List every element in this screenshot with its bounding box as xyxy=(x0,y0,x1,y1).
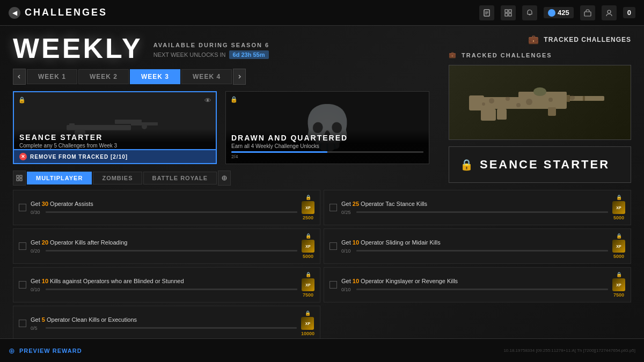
tracked-label: TRACKED CHALLENGES xyxy=(544,36,631,43)
challenge-bar-bg-1 xyxy=(356,211,608,213)
challenge-progress-1: 0/25 xyxy=(341,210,608,215)
challenge-right-1: 🔒 XP 5000 xyxy=(612,195,625,220)
card-2-desc: Earn all 4 Weekly Challenge Unlocks xyxy=(231,143,423,149)
challenge-info-2: Get 20 Operator Kills after Reloading 0/… xyxy=(31,239,297,253)
card-2-progress-text: 2/4 xyxy=(231,154,423,159)
challenge-card-drawn-quartered[interactable]: 🔒 💀 DRAWN AND QUARTERED Earn all 4 Weekl… xyxy=(225,91,429,164)
challenge-checkbox-1[interactable] xyxy=(330,204,337,211)
challenge-progress-3: 0/10 xyxy=(341,248,608,254)
svg-point-36 xyxy=(548,98,553,102)
card-2-content: DRAWN AND QUARTERED Earn all 4 Weekly Ch… xyxy=(226,129,429,164)
header-left: WEEKLY AVAILABLE DURING SEASON 6 NEXT WE… xyxy=(13,34,269,62)
mode-tabs-right-icon[interactable] xyxy=(218,171,231,186)
xp-value-0: 2500 xyxy=(303,215,313,220)
challenge-text-3-rest: Operator Sliding or Midair Kills xyxy=(359,239,441,246)
svg-point-37 xyxy=(569,95,575,100)
mode-tabs-icon[interactable] xyxy=(13,171,26,186)
xp-badge-5: XP 7500 xyxy=(612,278,625,298)
challenge-checkbox-5[interactable] xyxy=(330,281,337,289)
challenge-row-0[interactable]: Get 30 Operator Assists 0/30 🔒 XP 2500 xyxy=(13,190,320,225)
challenge-highlight-2: 20 xyxy=(42,239,48,246)
challenge-text-2-pre: Get xyxy=(31,239,42,246)
challenge-checkbox-0[interactable] xyxy=(19,204,26,211)
store-icon-btn[interactable] xyxy=(580,5,595,20)
svg-point-38 xyxy=(482,102,485,106)
challenge-row-2[interactable]: Get 20 Operator Kills after Reloading 0/… xyxy=(13,228,320,264)
challenge-checkbox-2[interactable] xyxy=(19,242,26,250)
preview-reward-icon: ⊕ xyxy=(9,346,15,355)
challenge-lock-3: 🔒 xyxy=(616,233,622,239)
challenge-lock-4: 🔒 xyxy=(305,272,311,277)
challenge-checkbox-4[interactable] xyxy=(19,281,26,289)
challenge-row-1[interactable]: Get 25 Operator Tac Stance Kills 0/25 🔒 … xyxy=(324,190,631,225)
document-icon-btn[interactable] xyxy=(479,5,494,20)
xp-badge-4: XP 7500 xyxy=(302,278,314,298)
challenge-name-1: Get 25 Operator Tac Stance Kills xyxy=(341,200,608,208)
challenge-card-seance-starter[interactable]: 🔒 👁 SEANCE STARTER Complete any 5 Cha xyxy=(13,91,217,164)
challenge-row-5[interactable]: Get 10 Operator Kingslayer or Revenge Ki… xyxy=(324,267,631,302)
challenge-row-6[interactable]: Get 5 Operator Clean Kills or Executions… xyxy=(13,306,320,341)
challenge-text-5-rest: Operator Kingslayer or Revenge Kills xyxy=(359,278,458,284)
svg-rect-14 xyxy=(69,123,75,127)
tab-week-2[interactable]: WEEK 2 xyxy=(78,69,129,84)
xp-badge-6: XP 10000 xyxy=(301,317,314,336)
bottom-bar: ⊕ PREVIEW REWARD 10.18.19758334 [09:255:… xyxy=(0,338,644,362)
challenge-highlight-5: 10 xyxy=(353,278,359,284)
svg-rect-30 xyxy=(567,95,570,102)
challenge-text-3-pre: Get xyxy=(341,239,353,246)
preview-reward-label[interactable]: PREVIEW REWARD xyxy=(19,348,82,354)
header-meta: AVAILABLE DURING SEASON 6 NEXT WEEK UNLO… xyxy=(153,42,269,62)
svg-rect-31 xyxy=(583,96,585,101)
challenge-text-4-pre: Get xyxy=(31,278,42,284)
challenge-checkbox-6[interactable] xyxy=(19,320,26,327)
timer-badge: 6d 23h 55m xyxy=(229,50,269,59)
tab-battle-royale[interactable]: BATTLE ROYALE xyxy=(143,172,217,184)
grid-icon-btn[interactable] xyxy=(501,5,516,20)
tab-zombies[interactable]: ZOMBIES xyxy=(93,172,142,184)
challenge-right-4: 🔒 XP 7500 xyxy=(302,272,314,298)
tab-multiplayer[interactable]: MULTIPLAYER xyxy=(27,172,92,184)
challenge-text-1-rest: Operator Tac Stance Kills xyxy=(359,201,427,207)
debug-text: 10.18.19758334 [09:255:11278+11:A] Th [7… xyxy=(503,348,635,353)
tab-week-3[interactable]: WEEK 3 xyxy=(130,69,180,84)
challenge-progress-num-2: 0/20 xyxy=(31,248,43,254)
challenge-progress-6: 0/5 xyxy=(31,326,297,331)
challenge-progress-num-4: 0/10 xyxy=(31,287,43,292)
challenge-row-3[interactable]: Get 10 Operator Sliding or Midair Kills … xyxy=(324,228,631,264)
weekly-title: WEEKLY xyxy=(13,34,143,62)
back-button[interactable]: ◀ CHALLENGES xyxy=(9,7,107,19)
tabs-prev-arrow[interactable] xyxy=(13,69,26,85)
tab-week-4[interactable]: WEEK 4 xyxy=(181,69,232,84)
svg-rect-16 xyxy=(17,175,19,178)
nav-title: CHALLENGES xyxy=(25,7,107,18)
tab-week-1[interactable]: WEEK 1 xyxy=(27,69,77,84)
challenge-row-4[interactable]: Get 10 Kills against Operators who are B… xyxy=(13,267,320,302)
challenge-text-1-pre: Get xyxy=(341,201,353,207)
challenge-right-6: 🔒 XP 10000 xyxy=(301,311,314,336)
svg-point-33 xyxy=(489,98,494,104)
challenge-progress-num-5: 0/10 xyxy=(341,287,354,292)
tabs-next-arrow[interactable] xyxy=(233,69,246,85)
svg-point-35 xyxy=(526,99,532,105)
back-icon: ◀ xyxy=(9,7,20,19)
challenge-bar-bg-2 xyxy=(46,250,297,252)
remove-tracked-button[interactable]: ✕ REMOVE FROM TRACKED [2/10] xyxy=(14,149,216,163)
challenge-right-2: 🔒 XP 5000 xyxy=(302,233,314,259)
challenge-name-0: Get 30 Operator Assists xyxy=(31,200,297,208)
challenge-text-5-pre: Get xyxy=(341,278,353,284)
profile-icon-btn[interactable] xyxy=(602,5,617,20)
challenge-checkbox-3[interactable] xyxy=(330,242,337,250)
challenge-info-6: Get 5 Operator Clean Kills or Executions… xyxy=(31,316,297,330)
challenge-name-4: Get 10 Kills against Operators who are B… xyxy=(31,277,297,285)
bell-icon-btn[interactable] xyxy=(522,5,537,20)
challenge-lock-5: 🔒 xyxy=(616,272,622,277)
xp-value-5: 7500 xyxy=(613,292,624,298)
tracked-challenges-label: TRACKED CHALLENGES xyxy=(462,52,552,58)
svg-rect-18 xyxy=(17,179,19,181)
svg-rect-6 xyxy=(505,13,508,16)
challenge-text-4-rest: Kills against Operators who are Blinded … xyxy=(48,278,184,284)
svg-rect-27 xyxy=(469,95,484,110)
challenge-name-3: Get 10 Operator Sliding or Midair Kills xyxy=(341,239,608,246)
next-week-label: NEXT WEEK UNLOCKS IN xyxy=(153,51,226,58)
reward-lock-icon: 🔒 xyxy=(460,158,473,171)
